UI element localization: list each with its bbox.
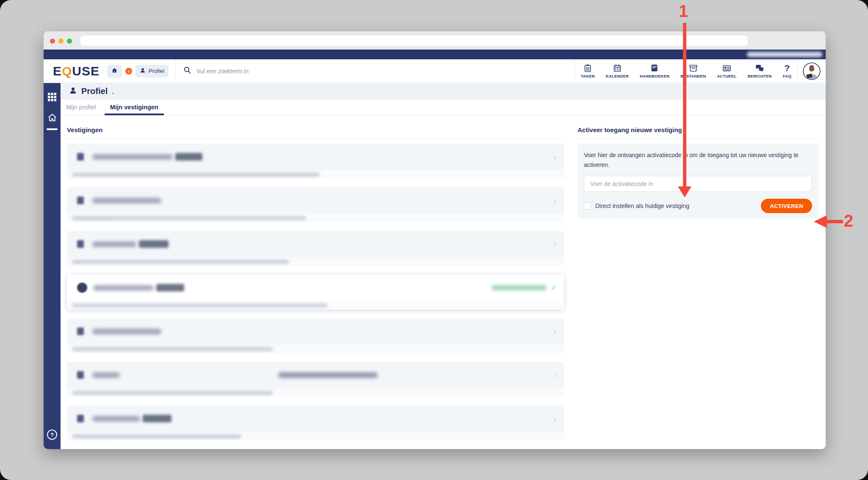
calendar-icon bbox=[613, 64, 622, 72]
breadcrumb-home-button[interactable] bbox=[107, 65, 122, 78]
building-icon-redacted bbox=[77, 327, 84, 335]
nav-item-taken[interactable]: TAKEN bbox=[581, 64, 595, 78]
page-title-band: Profiel . bbox=[61, 83, 826, 100]
home-icon bbox=[111, 67, 118, 75]
main-area: ? Profiel . Mijn profiel Mijn vestiginge… bbox=[44, 83, 826, 449]
annotation-arrow-1-line bbox=[683, 23, 686, 187]
vestiging-item[interactable]: › bbox=[67, 405, 564, 441]
nav-item-handboeken[interactable]: HANDBOEKEN bbox=[640, 64, 669, 78]
user-menu[interactable] bbox=[798, 62, 826, 80]
nav-item-kalender[interactable]: KALENDER bbox=[606, 64, 629, 78]
breadcrumb-chevron-icon: › bbox=[125, 68, 132, 75]
building-icon-redacted bbox=[77, 415, 84, 422]
sidebar-home-button[interactable] bbox=[47, 113, 58, 130]
vestigingen-list: ›››✓››› bbox=[67, 144, 564, 441]
breadcrumb-current-page[interactable]: Profiel bbox=[135, 65, 169, 78]
app-header: EQUSE › Profiel bbox=[44, 59, 826, 83]
vestiging-name-redacted bbox=[92, 416, 140, 422]
screenshot-canvas: EQUSE › Profiel bbox=[0, 0, 868, 480]
sidebar-active-indicator bbox=[47, 128, 58, 130]
nav-item-label: BERICHTEN bbox=[748, 74, 772, 78]
address-bar[interactable] bbox=[80, 36, 748, 46]
nav-item-actueel[interactable]: ACTUEEL bbox=[717, 64, 736, 78]
activation-actions: Direct instellen als huidige vestiging A… bbox=[584, 199, 812, 213]
archive-box-icon bbox=[689, 64, 698, 72]
vestiging-code-redacted bbox=[143, 415, 171, 422]
annotation-step-2-number: 2 bbox=[844, 212, 853, 229]
building-icon-redacted bbox=[77, 371, 84, 379]
annotation-arrow-1-head bbox=[678, 186, 691, 197]
fullscreen-window-button[interactable] bbox=[67, 39, 72, 44]
vestiging-subtext-redacted bbox=[72, 347, 273, 351]
vestiging-subtext-redacted bbox=[72, 303, 328, 308]
page-body: Vestigingen ›››✓››› Activeer toegang nie… bbox=[61, 115, 826, 449]
browser-titlebar bbox=[44, 31, 826, 50]
vestiging-subtext-redacted bbox=[72, 172, 320, 177]
chat-bubbles-icon bbox=[755, 64, 764, 72]
vestiging-subtext-redacted bbox=[72, 434, 241, 438]
vestiging-name-redacted bbox=[92, 241, 136, 247]
vestiging-code-redacted bbox=[175, 153, 202, 161]
vestiging-item[interactable]: › bbox=[67, 144, 564, 179]
vestiging-name-redacted bbox=[92, 372, 120, 378]
current-vestiging-badge-redacted: ✓ bbox=[492, 284, 556, 291]
close-window-button[interactable] bbox=[50, 39, 55, 44]
vestigingen-heading: Vestigingen bbox=[67, 126, 564, 138]
building-icon-redacted bbox=[77, 240, 84, 248]
vestiging-name-redacted bbox=[93, 285, 154, 291]
vestiging-item[interactable]: › bbox=[67, 362, 564, 397]
tab-mijn-vestigingen[interactable]: Mijn vestigingen bbox=[105, 100, 164, 115]
page-title-dot: . bbox=[112, 86, 114, 96]
help-button[interactable]: ? bbox=[47, 430, 57, 440]
set-current-vestiging-option: Direct instellen als huidige vestiging bbox=[584, 203, 689, 210]
set-current-vestiging-checkbox[interactable] bbox=[584, 203, 591, 210]
tab-bar: Mijn profiel Mijn vestigingen bbox=[61, 100, 826, 115]
nav-item-label: FAQ bbox=[783, 74, 791, 78]
vestigingen-section: Vestigingen ›››✓››› bbox=[67, 126, 564, 449]
content: Profiel . Mijn profiel Mijn vestigingen … bbox=[61, 83, 826, 449]
home-icon bbox=[47, 113, 57, 124]
question-mark-icon: ? bbox=[50, 432, 54, 438]
annotation-arrow-2-line bbox=[826, 220, 843, 223]
checkbox-label: Direct instellen als huidige vestiging bbox=[595, 203, 689, 209]
vestiging-subtext-redacted bbox=[72, 216, 306, 220]
activation-section: Activeer toegang nieuwe vestiging Voer h… bbox=[578, 126, 818, 449]
vestiging-item[interactable]: › bbox=[67, 318, 564, 353]
annotation-arrow-2-head bbox=[814, 215, 827, 228]
activate-button[interactable]: ACTIVEREN bbox=[761, 199, 812, 213]
activation-heading: Activeer toegang nieuwe vestiging bbox=[578, 126, 818, 138]
avatar bbox=[803, 62, 821, 80]
vestiging-code-redacted bbox=[139, 240, 169, 248]
nav-item-berichten[interactable]: BERICHTEN bbox=[748, 64, 772, 78]
person-icon bbox=[140, 67, 146, 75]
activation-description: Voer hier de ontvangen activatiecode in … bbox=[584, 150, 812, 170]
vestiging-item[interactable]: › bbox=[67, 231, 564, 266]
nav-item-label: KALENDER bbox=[606, 74, 629, 78]
search-bar bbox=[176, 66, 575, 76]
breadcrumb: › Profiel bbox=[107, 65, 175, 78]
browser-window: EQUSE › Profiel bbox=[44, 31, 826, 449]
nav-item-label: HANDBOEKEN bbox=[640, 74, 669, 78]
tab-mijn-profiel[interactable]: Mijn profiel bbox=[61, 100, 101, 115]
section-divider bbox=[67, 138, 564, 139]
section-divider bbox=[578, 138, 818, 139]
nav-item-label: TAKEN bbox=[581, 74, 595, 78]
vestiging-code-redacted bbox=[156, 284, 184, 291]
grid-icon bbox=[47, 92, 57, 103]
search-input[interactable] bbox=[196, 68, 451, 75]
activation-card: Voer hier de ontvangen activatiecode in … bbox=[578, 144, 818, 219]
nav-item-faq[interactable]: ?FAQ bbox=[783, 64, 791, 78]
sidebar-apps-button[interactable] bbox=[47, 92, 57, 103]
vestiging-item[interactable]: › bbox=[67, 187, 564, 222]
user-info-redacted bbox=[747, 52, 822, 57]
clipboard-icon bbox=[583, 64, 592, 72]
breadcrumb-label: Profiel bbox=[149, 68, 164, 74]
equse-logo[interactable]: EQUSE bbox=[44, 64, 107, 78]
vestiging-item-current[interactable]: ✓ bbox=[67, 275, 564, 310]
building-icon-redacted bbox=[77, 153, 84, 161]
check-icon: ✓ bbox=[551, 284, 556, 291]
newspaper-icon bbox=[722, 64, 731, 72]
activation-code-input[interactable] bbox=[584, 176, 812, 192]
minimize-window-button[interactable] bbox=[58, 39, 64, 44]
vestiging-name-redacted bbox=[92, 329, 161, 334]
